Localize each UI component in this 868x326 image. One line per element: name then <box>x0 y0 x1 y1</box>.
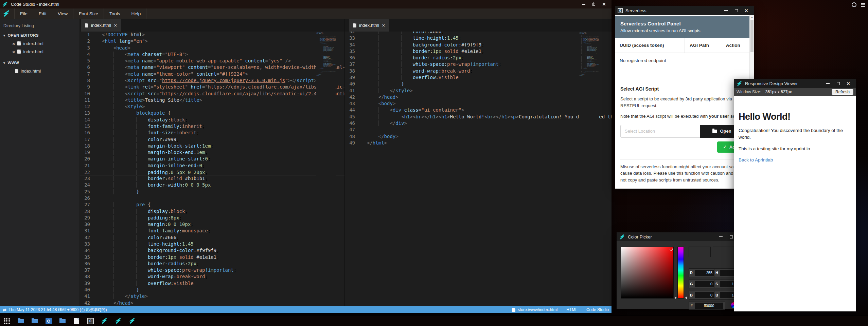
taskbar-item-folder[interactable] <box>31 317 38 325</box>
code-line[interactable]: 34 background-color:#f9f9f9; <box>80 247 344 254</box>
code-line[interactable]: 22 padding:0 5px 0 20px; <box>80 169 344 175</box>
minimize-icon[interactable] <box>721 7 731 14</box>
blue-input[interactable] <box>695 292 714 298</box>
code-line[interactable]: 36 border-radius:2px; <box>345 55 612 61</box>
code-line[interactable]: 25 } <box>80 189 344 195</box>
code-line[interactable]: 39 overflow:visible <box>80 280 344 287</box>
code-line[interactable]: 41 </style> <box>345 88 612 94</box>
red-input[interactable] <box>695 270 714 276</box>
loading-ring-icon[interactable] <box>852 2 856 7</box>
close-icon[interactable] <box>114 23 117 28</box>
hex-input[interactable] <box>695 303 723 309</box>
code-line[interactable]: 31 font-family:monospace; <box>80 228 344 234</box>
close-icon[interactable] <box>382 23 385 28</box>
code-line[interactable]: 19 margin-block-end:1em; <box>80 149 344 156</box>
menu-item-tools[interactable]: Tools <box>104 8 126 19</box>
code-line[interactable]: 6 <meta name="viewport" content="user-sc… <box>80 64 344 71</box>
code-line[interactable]: 1<!DOCTYPE html> <box>80 32 344 38</box>
maximize-icon[interactable] <box>731 7 741 14</box>
open-editor-item[interactable]: index.html <box>0 47 79 56</box>
code-line[interactable]: 23 border:solid #b1b1b1; <box>80 175 344 182</box>
code-line[interactable]: 4 <meta charset="UTF-8"> <box>80 51 344 58</box>
code-line[interactable]: 5 <meta name="apple-mobile-web-app-capab… <box>80 58 344 64</box>
code-line[interactable]: 27 pre { <box>80 202 344 208</box>
code-line[interactable]: 35 border:1px solid #e1e1e1; <box>345 48 612 55</box>
code-line[interactable]: 43 <body> <box>345 100 612 107</box>
menu-item-font-size[interactable]: Font Size <box>73 8 104 19</box>
code-line[interactable]: 20 margin-inline-start:0; <box>80 156 344 162</box>
code-line[interactable]: 47 <box>345 127 612 133</box>
code-line[interactable]: 49</html> <box>345 140 612 146</box>
minimap[interactable]: <!DOCTYPE html><html lang="en"> <head> <… <box>579 32 599 306</box>
code-line[interactable]: 11 <title>Testing Site</title> <box>80 97 344 103</box>
code-line[interactable]: 30 margin:0 0 10px; <box>80 221 344 228</box>
taskbar-item-apps-grid[interactable] <box>3 317 10 325</box>
code-line[interactable]: 32 color:#666; <box>80 234 344 241</box>
refresh-button[interactable]: Refresh <box>832 89 853 95</box>
close-icon[interactable] <box>12 49 15 54</box>
code-line[interactable]: 21 margin-inline-end:0; <box>80 162 344 169</box>
code-line[interactable]: 12 <style> <box>80 103 344 110</box>
green-input[interactable] <box>695 281 714 287</box>
code-line[interactable]: 33 line-height:1.45; <box>80 241 344 247</box>
hue-slider[interactable] <box>677 247 684 299</box>
restore-icon[interactable] <box>589 1 599 8</box>
code-line[interactable]: 32 color:#666; <box>345 32 612 35</box>
code-line[interactable]: 42 </head> <box>80 300 344 306</box>
section-www-folder[interactable]: WWW <box>0 59 79 67</box>
code-line[interactable]: 37 white-space:pre-wrap!important; <box>80 267 344 273</box>
sync-arrows-icon[interactable] <box>3 307 8 312</box>
hue-marker-left-icon[interactable] <box>675 296 677 299</box>
script-location-input[interactable] <box>620 125 700 138</box>
code-line[interactable]: 39 overflow:visible <box>345 74 612 81</box>
menu-item-help[interactable]: Help <box>126 8 147 19</box>
menu-item-view[interactable]: View <box>52 8 73 19</box>
code-line[interactable]: 26 <box>80 195 344 202</box>
code-line[interactable]: 40 } <box>80 287 344 293</box>
code-line[interactable]: 13 blockquote { <box>80 110 344 116</box>
code-line[interactable]: 33 line-height:1.45; <box>345 35 612 41</box>
menu-item-edit[interactable]: Edit <box>33 8 52 19</box>
section-open-editors[interactable]: OPEN EDITORS <box>0 31 79 39</box>
code-line[interactable]: 18 margin-block-start:1em; <box>80 143 344 149</box>
code-line[interactable]: 45 <h1><br></h1><h1>Hello World!<br></h1… <box>345 114 612 120</box>
code-line[interactable]: 24 border-width:0 0 0 5px <box>80 182 344 188</box>
hamburger-menu-icon[interactable] <box>861 3 865 7</box>
maximize-icon[interactable] <box>833 80 843 87</box>
title-bar[interactable]: Serverless <box>615 6 754 15</box>
code-editor[interactable]: 32 color:#666;33 line-height:1.45;34 bac… <box>345 32 612 306</box>
title-bar[interactable]: Color Picker <box>617 232 749 241</box>
code-line[interactable]: 16 font-size:inherit; <box>80 130 344 136</box>
close-icon[interactable] <box>12 41 15 46</box>
code-line[interactable]: 41 </style> <box>80 293 344 300</box>
taskbar-item-media[interactable] <box>45 317 52 325</box>
minimize-icon[interactable] <box>579 1 589 8</box>
code-line[interactable]: 42 </head> <box>345 94 612 100</box>
code-line[interactable]: 35 border:1px solid #e1e1e1; <box>80 254 344 261</box>
scroll-thumb[interactable] <box>750 20 754 52</box>
status-language[interactable]: HTML <box>566 307 578 312</box>
menu-item-file[interactable]: File <box>14 8 33 19</box>
code-line[interactable]: 2<html lang="en"> <box>80 38 344 44</box>
code-line[interactable]: 38 word-wrap:break-word; <box>80 273 344 280</box>
code-line[interactable]: 34 background-color:#f9f9f9; <box>345 42 612 48</box>
code-line[interactable]: 46 </div> <box>345 120 612 127</box>
code-line[interactable]: 7 <meta name="theme-color" content="#ff9… <box>80 71 344 77</box>
code-line[interactable]: 28 display:block; <box>80 208 344 215</box>
code-editor[interactable]: 1<!DOCTYPE html>2<html lang="en">3 <head… <box>80 32 344 306</box>
code-line[interactable]: 36 border-radius:2px; <box>80 261 344 267</box>
code-line[interactable]: 40 } <box>345 81 612 87</box>
tab-index-html[interactable]: index.html <box>349 19 389 32</box>
hue-marker-right-icon[interactable] <box>685 296 687 299</box>
code-line[interactable]: 17 color:#999; <box>80 136 344 143</box>
status-file[interactable]: store:/www/index.html <box>512 307 557 312</box>
title-bar[interactable]: Code Studio - index.html <box>0 0 612 8</box>
code-line[interactable]: 9 <link rel="stylesheet" href="https://c… <box>80 84 344 90</box>
saturation-field[interactable] <box>621 247 674 299</box>
close-icon[interactable] <box>599 1 609 8</box>
minimize-icon[interactable] <box>823 80 833 87</box>
open-editor-item[interactable]: index.html <box>0 39 79 47</box>
taskbar-item-serverless[interactable] <box>87 317 94 325</box>
taskbar-item-code-studio[interactable] <box>101 317 108 325</box>
code-line[interactable]: 10 <script src="https://cdnjs.cloudflare… <box>80 91 344 97</box>
